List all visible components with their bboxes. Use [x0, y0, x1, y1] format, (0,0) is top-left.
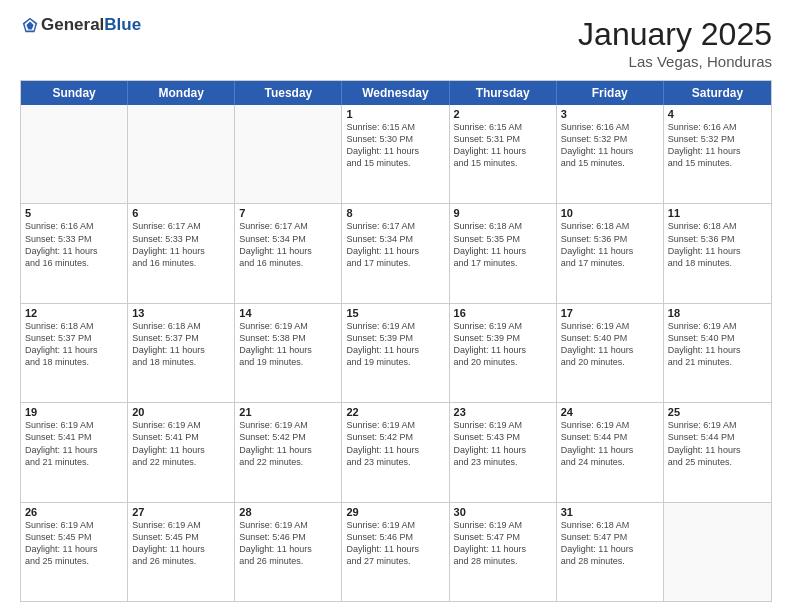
- calendar: SundayMondayTuesdayWednesdayThursdayFrid…: [20, 80, 772, 602]
- day-cell: 28Sunrise: 6:19 AMSunset: 5:46 PMDayligh…: [235, 503, 342, 601]
- day-number: 19: [25, 406, 123, 418]
- day-number: 29: [346, 506, 444, 518]
- day-cell: 21Sunrise: 6:19 AMSunset: 5:42 PMDayligh…: [235, 403, 342, 501]
- day-number: 15: [346, 307, 444, 319]
- day-cell: 2Sunrise: 6:15 AMSunset: 5:31 PMDaylight…: [450, 105, 557, 203]
- day-info: Sunrise: 6:18 AMSunset: 5:36 PMDaylight:…: [561, 220, 659, 269]
- empty-cell: [128, 105, 235, 203]
- day-cell: 4Sunrise: 6:16 AMSunset: 5:32 PMDaylight…: [664, 105, 771, 203]
- weekday-header: Tuesday: [235, 81, 342, 105]
- day-cell: 27Sunrise: 6:19 AMSunset: 5:45 PMDayligh…: [128, 503, 235, 601]
- day-number: 17: [561, 307, 659, 319]
- logo-text: GeneralBlue: [41, 16, 141, 35]
- calendar-row: 19Sunrise: 6:19 AMSunset: 5:41 PMDayligh…: [21, 402, 771, 501]
- day-cell: 19Sunrise: 6:19 AMSunset: 5:41 PMDayligh…: [21, 403, 128, 501]
- day-number: 10: [561, 207, 659, 219]
- day-cell: 9Sunrise: 6:18 AMSunset: 5:35 PMDaylight…: [450, 204, 557, 302]
- weekday-header: Wednesday: [342, 81, 449, 105]
- day-info: Sunrise: 6:15 AMSunset: 5:30 PMDaylight:…: [346, 121, 444, 170]
- page: GeneralBlue January 2025 Las Vegas, Hond…: [0, 0, 792, 612]
- day-info: Sunrise: 6:19 AMSunset: 5:42 PMDaylight:…: [346, 419, 444, 468]
- day-cell: 26Sunrise: 6:19 AMSunset: 5:45 PMDayligh…: [21, 503, 128, 601]
- day-cell: 7Sunrise: 6:17 AMSunset: 5:34 PMDaylight…: [235, 204, 342, 302]
- day-cell: 15Sunrise: 6:19 AMSunset: 5:39 PMDayligh…: [342, 304, 449, 402]
- day-info: Sunrise: 6:18 AMSunset: 5:36 PMDaylight:…: [668, 220, 767, 269]
- day-number: 27: [132, 506, 230, 518]
- day-cell: 13Sunrise: 6:18 AMSunset: 5:37 PMDayligh…: [128, 304, 235, 402]
- weekday-header: Thursday: [450, 81, 557, 105]
- day-number: 16: [454, 307, 552, 319]
- logo-icon: [21, 16, 39, 34]
- empty-cell: [21, 105, 128, 203]
- day-cell: 25Sunrise: 6:19 AMSunset: 5:44 PMDayligh…: [664, 403, 771, 501]
- day-number: 24: [561, 406, 659, 418]
- empty-cell: [664, 503, 771, 601]
- day-cell: 14Sunrise: 6:19 AMSunset: 5:38 PMDayligh…: [235, 304, 342, 402]
- day-info: Sunrise: 6:19 AMSunset: 5:38 PMDaylight:…: [239, 320, 337, 369]
- day-info: Sunrise: 6:19 AMSunset: 5:44 PMDaylight:…: [668, 419, 767, 468]
- day-info: Sunrise: 6:15 AMSunset: 5:31 PMDaylight:…: [454, 121, 552, 170]
- day-cell: 8Sunrise: 6:17 AMSunset: 5:34 PMDaylight…: [342, 204, 449, 302]
- weekday-header: Saturday: [664, 81, 771, 105]
- day-info: Sunrise: 6:16 AMSunset: 5:32 PMDaylight:…: [668, 121, 767, 170]
- day-cell: 30Sunrise: 6:19 AMSunset: 5:47 PMDayligh…: [450, 503, 557, 601]
- subtitle: Las Vegas, Honduras: [578, 53, 772, 70]
- day-number: 5: [25, 207, 123, 219]
- day-cell: 20Sunrise: 6:19 AMSunset: 5:41 PMDayligh…: [128, 403, 235, 501]
- header: GeneralBlue January 2025 Las Vegas, Hond…: [20, 16, 772, 70]
- weekday-header: Friday: [557, 81, 664, 105]
- day-number: 30: [454, 506, 552, 518]
- day-info: Sunrise: 6:19 AMSunset: 5:42 PMDaylight:…: [239, 419, 337, 468]
- day-info: Sunrise: 6:19 AMSunset: 5:45 PMDaylight:…: [132, 519, 230, 568]
- calendar-body: 1Sunrise: 6:15 AMSunset: 5:30 PMDaylight…: [21, 105, 771, 601]
- day-number: 7: [239, 207, 337, 219]
- day-number: 1: [346, 108, 444, 120]
- day-number: 6: [132, 207, 230, 219]
- day-number: 3: [561, 108, 659, 120]
- day-info: Sunrise: 6:17 AMSunset: 5:33 PMDaylight:…: [132, 220, 230, 269]
- day-number: 23: [454, 406, 552, 418]
- calendar-row: 1Sunrise: 6:15 AMSunset: 5:30 PMDaylight…: [21, 105, 771, 203]
- day-number: 11: [668, 207, 767, 219]
- day-cell: 1Sunrise: 6:15 AMSunset: 5:30 PMDaylight…: [342, 105, 449, 203]
- day-info: Sunrise: 6:19 AMSunset: 5:41 PMDaylight:…: [132, 419, 230, 468]
- day-number: 12: [25, 307, 123, 319]
- logo: GeneralBlue: [20, 16, 141, 35]
- day-number: 28: [239, 506, 337, 518]
- day-info: Sunrise: 6:19 AMSunset: 5:43 PMDaylight:…: [454, 419, 552, 468]
- day-cell: 23Sunrise: 6:19 AMSunset: 5:43 PMDayligh…: [450, 403, 557, 501]
- day-info: Sunrise: 6:19 AMSunset: 5:41 PMDaylight:…: [25, 419, 123, 468]
- day-info: Sunrise: 6:19 AMSunset: 5:40 PMDaylight:…: [668, 320, 767, 369]
- day-number: 31: [561, 506, 659, 518]
- day-info: Sunrise: 6:19 AMSunset: 5:47 PMDaylight:…: [454, 519, 552, 568]
- day-cell: 18Sunrise: 6:19 AMSunset: 5:40 PMDayligh…: [664, 304, 771, 402]
- day-number: 9: [454, 207, 552, 219]
- day-cell: 11Sunrise: 6:18 AMSunset: 5:36 PMDayligh…: [664, 204, 771, 302]
- calendar-row: 12Sunrise: 6:18 AMSunset: 5:37 PMDayligh…: [21, 303, 771, 402]
- day-info: Sunrise: 6:19 AMSunset: 5:45 PMDaylight:…: [25, 519, 123, 568]
- day-cell: 29Sunrise: 6:19 AMSunset: 5:46 PMDayligh…: [342, 503, 449, 601]
- day-number: 25: [668, 406, 767, 418]
- title-block: January 2025 Las Vegas, Honduras: [578, 16, 772, 70]
- day-info: Sunrise: 6:16 AMSunset: 5:32 PMDaylight:…: [561, 121, 659, 170]
- day-cell: 22Sunrise: 6:19 AMSunset: 5:42 PMDayligh…: [342, 403, 449, 501]
- day-number: 4: [668, 108, 767, 120]
- calendar-row: 26Sunrise: 6:19 AMSunset: 5:45 PMDayligh…: [21, 502, 771, 601]
- day-cell: 17Sunrise: 6:19 AMSunset: 5:40 PMDayligh…: [557, 304, 664, 402]
- day-info: Sunrise: 6:17 AMSunset: 5:34 PMDaylight:…: [239, 220, 337, 269]
- day-number: 26: [25, 506, 123, 518]
- day-number: 13: [132, 307, 230, 319]
- calendar-header: SundayMondayTuesdayWednesdayThursdayFrid…: [21, 81, 771, 105]
- day-cell: 10Sunrise: 6:18 AMSunset: 5:36 PMDayligh…: [557, 204, 664, 302]
- month-title: January 2025: [578, 16, 772, 53]
- day-info: Sunrise: 6:19 AMSunset: 5:39 PMDaylight:…: [346, 320, 444, 369]
- day-number: 20: [132, 406, 230, 418]
- day-number: 14: [239, 307, 337, 319]
- day-info: Sunrise: 6:18 AMSunset: 5:35 PMDaylight:…: [454, 220, 552, 269]
- day-number: 21: [239, 406, 337, 418]
- day-number: 2: [454, 108, 552, 120]
- day-cell: 12Sunrise: 6:18 AMSunset: 5:37 PMDayligh…: [21, 304, 128, 402]
- day-info: Sunrise: 6:18 AMSunset: 5:47 PMDaylight:…: [561, 519, 659, 568]
- day-number: 22: [346, 406, 444, 418]
- day-cell: 24Sunrise: 6:19 AMSunset: 5:44 PMDayligh…: [557, 403, 664, 501]
